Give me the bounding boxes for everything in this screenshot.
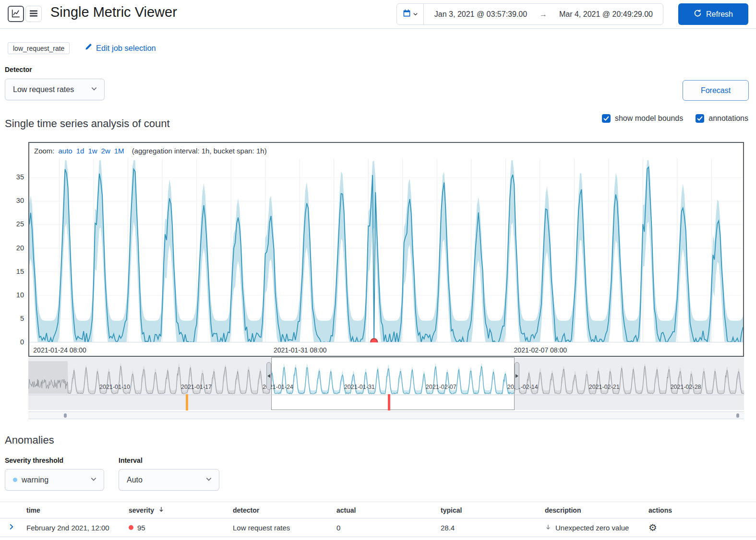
interval-label: Interval [119,457,143,464]
page-header: Single Metric Viewer Jan 3, 2021 @ 03:57… [0,0,756,29]
context-chart-svg[interactable] [28,357,744,395]
column-header-detector: detector [229,506,333,514]
cell-typical: 28.4 [437,524,541,532]
time-series-chart[interactable] [29,159,743,342]
severity-threshold-select[interactable]: warning [5,469,104,491]
zoom-1w-link[interactable]: 1w [88,147,97,155]
column-header-description: description [541,506,645,514]
scrollbar-thumb-right[interactable] [736,413,739,418]
y-axis-label: 25 [4,220,24,228]
single-metric-viewer-page: Single Metric Viewer Jan 3, 2021 @ 03:57… [0,0,756,540]
table-view-button[interactable] [25,6,42,22]
cell-time: February 2nd 2021, 12:00 [23,524,125,532]
refresh-icon [694,9,702,19]
triangle-left-icon [267,372,271,380]
show-model-bounds-label[interactable]: show model bounds [615,114,683,123]
view-toggle-group [8,6,42,22]
refresh-label: Refresh [706,10,733,19]
cell-description: Unexpected zero value [541,524,645,532]
edit-job-selection[interactable]: Edit job selection [84,43,156,53]
column-header-typical: typical [437,506,541,514]
scrollbar-thumb-left[interactable] [64,413,67,418]
start-date[interactable]: Jan 3, 2021 @ 03:57:39.00 [424,10,538,19]
table-icon [29,9,38,19]
zoom-1M-link[interactable]: 1M [114,147,124,155]
critical-severity-dot [129,525,133,530]
anomaly-swimlane[interactable] [28,395,744,410]
y-axis-label: 10 [4,291,24,299]
warning-severity-dot [13,478,17,482]
context-scrollbar[interactable] [28,411,744,419]
y-axis-label: 5 [4,315,24,322]
zoom-2w-link[interactable]: 2w [101,147,110,155]
x-axis-label: 2021-01-31 08:00 [274,346,327,354]
sort-descending-icon [158,506,165,514]
chevron-right-icon [8,523,15,532]
severity-threshold-value: warning [22,476,90,484]
y-axis-label: 20 [4,244,24,252]
calendar-dropdown-button[interactable] [397,4,424,24]
job-badge[interactable]: low_request_rate [8,42,70,54]
severity-header-label: severity [129,506,154,514]
anomalies-table: time severity detector actual typical de… [0,502,756,537]
severity-score: 95 [137,524,145,532]
checkbox-checked-icon [696,114,704,123]
main-chart-container: Zoom: auto 1d 1w 2w 1M (aggregation inte… [28,142,744,357]
zoom-auto-link[interactable]: auto [59,147,72,155]
series-section-title: Single time series analysis of count [5,117,170,130]
triangle-right-icon [515,372,519,380]
metric-line [29,167,743,342]
chevron-down-icon [91,85,97,94]
arrow-down-icon [545,524,552,532]
detector-select-value: Low request rates [13,85,91,94]
model-bounds-area [29,160,743,342]
aggregation-interval-note: (aggregation interval: 1h, bucket span: … [132,147,267,155]
show-model-bounds-checkbox[interactable]: show model bounds [602,114,683,123]
interval-value: Auto [127,476,205,484]
end-date[interactable]: Mar 4, 2021 @ 20:49:29.00 [549,10,663,19]
y-axis-label: 35 [4,173,24,181]
line-chart-icon [12,9,20,19]
zoom-1d-link[interactable]: 1d [76,147,84,155]
cell-detector: Low request rates [229,524,333,532]
cell-actions: ⚙ [645,523,756,532]
severity-threshold-label: Severity threshold [5,457,63,464]
cell-severity: 95 [125,524,229,532]
detector-select[interactable]: Low request rates [5,79,105,100]
interval-select[interactable]: Auto [119,469,219,491]
column-header-actual: actual [333,506,437,514]
column-header-severity[interactable]: severity [125,506,229,514]
row-expander[interactable] [0,523,23,532]
page-title: Single Metric Viewer [50,4,177,20]
brush-handle-left[interactable] [266,362,271,390]
swimlane-anomaly-mark[interactable] [186,394,188,411]
annotations-label[interactable]: annotations [708,114,748,123]
anomalies-table-header: time severity detector actual typical de… [0,502,756,518]
settings-gear-icon[interactable]: ⚙ [648,523,657,532]
chart-view-button[interactable] [8,6,24,22]
chart-options: show model bounds annotations [602,114,748,123]
chevron-down-icon [205,476,212,484]
x-axis-label: 2021-01-24 08:00 [33,346,86,354]
calendar-icon [403,9,411,19]
chevron-down-icon [90,476,97,484]
refresh-button[interactable]: Refresh [678,3,748,25]
annotations-checkbox[interactable]: annotations [696,114,748,123]
detector-label: Detector [5,66,32,73]
description-text: Unexpected zero value [555,524,629,532]
anomalies-title: Anomalies [5,434,54,446]
forecast-button[interactable]: Forecast [683,80,749,101]
context-chart[interactable]: 2021-01-102021-01-172021-01-242021-01-31… [28,357,744,420]
brush-handle-right[interactable] [515,362,519,390]
anomaly-marker[interactable] [371,339,377,342]
chevron-down-icon [413,10,418,19]
table-row: February 2nd 2021, 12:00 95 Low request … [0,518,756,537]
swimlane-anomaly-mark[interactable] [388,394,390,411]
x-axis-labels: 2021-01-24 08:002021-01-31 08:002021-02-… [29,342,743,356]
checkbox-checked-icon [602,114,611,123]
x-axis-label: 2021-02-07 08:00 [514,346,567,354]
zoom-toolbar: Zoom: auto 1d 1w 2w 1M (aggregation inte… [34,143,267,159]
column-header-actions: actions [645,506,756,514]
column-header-time: time [23,506,125,514]
pencil-icon [84,43,92,53]
